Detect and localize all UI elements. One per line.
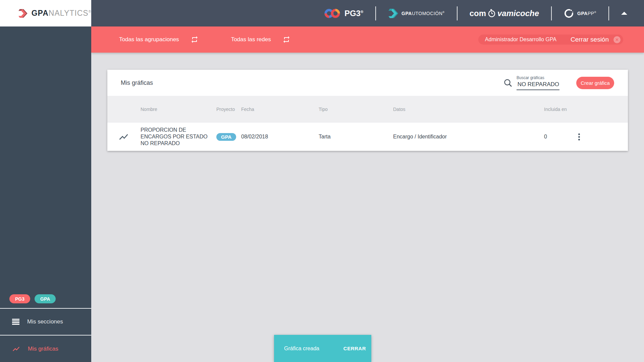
chart-line-icon [118, 132, 129, 142]
row-menu-kebab-icon[interactable] [576, 133, 582, 140]
col-nombre: Nombre [141, 107, 216, 112]
toast-close-button[interactable]: CERRAR [343, 346, 366, 351]
sidebar-item-mis-graficas[interactable]: Mis gráficas [0, 336, 91, 362]
pg3-infinity-icon [324, 8, 340, 19]
topbar-divider [375, 6, 376, 20]
topbar-divider [608, 6, 609, 20]
filter-agrupaciones[interactable]: Todas las agrupaciones [119, 36, 199, 44]
search-field: Buscar gráficas DO NO REPARADO [517, 75, 559, 90]
table-header: Nombre Proyecto Fecha Tipo Datos Incluid… [107, 96, 628, 123]
filter-redes-label: Todas las redes [231, 36, 271, 43]
gpautomocion-arrow-icon [388, 9, 398, 18]
chart-data-fields: Encargo / Identificador [393, 134, 544, 140]
filter-agrupaciones-label: Todas las agrupaciones [119, 36, 179, 43]
chart-type: Tarta [319, 134, 393, 140]
search-field-label: Buscar gráficas [517, 75, 559, 80]
create-chart-button[interactable]: Crear gráfica [576, 77, 614, 89]
swap-icon[interactable] [191, 36, 199, 44]
sidebar-project-badges: PG3 GPA [9, 294, 56, 303]
badge-gpa[interactable]: GPA [35, 294, 56, 303]
hamburger-icon [12, 319, 19, 325]
filter-redes[interactable]: Todas las redes [231, 36, 290, 44]
sidebar-item-label: Mis secciones [27, 318, 63, 325]
col-incluida-en: Incluida en [544, 107, 576, 112]
search-area: Buscar gráficas DO NO REPARADO Crear grá… [503, 75, 614, 90]
chevron-up-icon[interactable] [621, 12, 627, 15]
brand-pg3: PG3® [324, 8, 363, 19]
topbar-divider [551, 6, 552, 20]
badge-pg3[interactable]: PG3 [9, 294, 30, 303]
swap-icon[interactable] [282, 36, 290, 44]
brand-gpapp: GPAPP® [564, 8, 596, 18]
project-badge: GPA [216, 133, 236, 141]
search-input[interactable]: DO NO REPARADO [517, 81, 559, 90]
col-tipo: Tipo [319, 107, 393, 112]
search-icon[interactable] [503, 78, 513, 87]
trend-line-icon [12, 345, 20, 353]
snackbar-toast: Gráfica creada CERRAR [274, 335, 371, 362]
table-row[interactable]: PROPORCION DE ENCARGOS POR ESTADO NO REP… [107, 123, 628, 151]
logout-button[interactable]: Cerrar sesión [571, 36, 609, 43]
topbar-divider [457, 6, 458, 20]
included-in-count: 0 [544, 134, 576, 140]
app-logo-text: GPANALYTICS® [32, 9, 91, 18]
logout-x-icon[interactable]: ✕ [613, 36, 621, 43]
col-proyecto: Proyecto [216, 107, 241, 112]
page-title: Mis gráficas [121, 79, 153, 86]
filter-bar: Todas las agrupaciones Todas las redes A… [91, 26, 644, 53]
brand-gpapp-label: GPAPP® [577, 11, 596, 16]
sidebar-item-mis-secciones[interactable]: Mis secciones [0, 309, 91, 335]
chart-date: 08/02/2018 [241, 134, 319, 140]
mis-graficas-card: Mis gráficas Buscar gráficas DO NO REPAR… [107, 70, 628, 151]
search-input-value: DO NO REPARADO [517, 81, 559, 88]
sidebar: GPANALYTICS® PG3 GPA Mis secciones Mis g… [0, 0, 91, 362]
col-datos: Datos [393, 107, 544, 112]
user-session-pill: Administrador Desarrollo GPA Cerrar sesi… [478, 35, 623, 45]
col-fecha: Fecha [241, 107, 319, 112]
stopwatch-icon [487, 9, 496, 18]
gpanalytics-arrow-icon [18, 6, 28, 21]
card-header: Mis gráficas Buscar gráficas DO NO REPAR… [107, 70, 628, 96]
top-brand-bar: PG3® GPAUTOMOCIÓN® com vamicoche GPAP [91, 0, 644, 26]
brand-pg3-label: PG3® [344, 9, 363, 18]
user-name: Administrador Desarrollo GPA [485, 37, 556, 43]
gpapp-wrench-icon [564, 8, 574, 18]
brand-gpautomocion: GPAUTOMOCIÓN® [388, 9, 445, 18]
brand-gpautomocion-label: GPAUTOMOCIÓN® [401, 11, 445, 16]
sidebar-item-label: Mis gráficas [28, 346, 58, 352]
brand-comprovamicoche: com vamicoche [470, 9, 539, 18]
app-logo: GPANALYTICS® [0, 0, 91, 26]
chart-name: PROPORCION DE ENCARGOS POR ESTADO NO REP… [141, 127, 216, 147]
toast-message: Gráfica creada [284, 346, 319, 352]
